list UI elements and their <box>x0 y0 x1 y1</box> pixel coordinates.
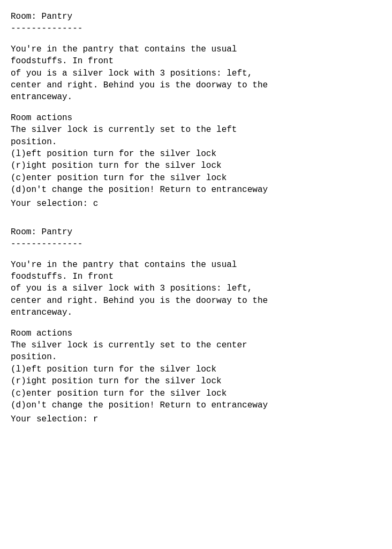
page-content: Room: Pantry -------------- You're in th… <box>11 11 381 426</box>
action-1-2: (c)enter position turn for the silver lo… <box>11 172 381 184</box>
action-1-3: (d)on't change the position! Return to e… <box>11 184 381 196</box>
action-2-0: (l)eft position turn for the silver lock <box>11 363 381 375</box>
selection-1: Your selection: c <box>11 198 381 210</box>
actions-title-1: Room actions <box>11 112 381 124</box>
lock-status-2: The silver lock is currently set to the … <box>11 339 381 363</box>
actions-title-2: Room actions <box>11 328 381 339</box>
room-block-1: Room: Pantry -------------- You're in th… <box>11 11 381 210</box>
action-2-3: (d)on't change the position! Return to e… <box>11 399 381 411</box>
action-2-1: (r)ight position turn for the silver loc… <box>11 375 381 387</box>
actions-section-2: Room actions The silver lock is currentl… <box>11 328 381 426</box>
lock-status-1: The silver lock is currently set to the … <box>11 124 381 148</box>
room-title-1: Room: Pantry <box>11 11 381 23</box>
divider-2: -------------- <box>11 238 381 250</box>
action-2-2: (c)enter position turn for the silver lo… <box>11 388 381 399</box>
actions-section-1: Room actions The silver lock is currentl… <box>11 112 381 210</box>
room-title-2: Room: Pantry <box>11 226 381 238</box>
action-1-0: (l)eft position turn for the silver lock <box>11 148 381 160</box>
room-block-2: Room: Pantry -------------- You're in th… <box>11 226 381 426</box>
action-1-1: (r)ight position turn for the silver loc… <box>11 160 381 172</box>
room-description-1: You're in the pantry that contains the u… <box>11 43 381 103</box>
room-description-2: You're in the pantry that contains the u… <box>11 259 381 319</box>
divider-1: -------------- <box>11 23 381 34</box>
selection-2: Your selection: r <box>11 413 381 425</box>
